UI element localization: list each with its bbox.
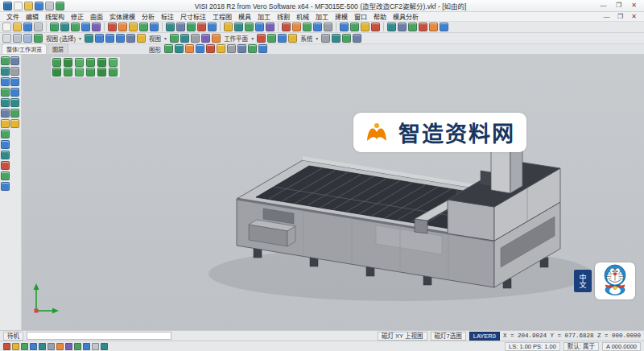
3d-viewport[interactable]: 智造资料网 中文 <box>22 55 644 330</box>
sweep-tool-icon[interactable] <box>187 23 196 31</box>
background-icon[interactable] <box>196 44 204 53</box>
simulate-icon[interactable] <box>408 23 417 31</box>
quick-toggle-7-icon[interactable] <box>52 68 61 76</box>
clip-plane-icon[interactable] <box>206 44 215 53</box>
menu-item-16[interactable]: 窗口 <box>351 12 370 21</box>
model-space-toggle-icon[interactable] <box>101 343 108 350</box>
line-tool-icon[interactable] <box>60 23 69 31</box>
measure-icon[interactable] <box>282 23 291 31</box>
point-tool-icon[interactable] <box>50 23 59 31</box>
minimize-button[interactable]: — <box>597 1 610 10</box>
print-icon[interactable] <box>34 23 43 31</box>
surface-tool-icon[interactable] <box>166 23 175 31</box>
menu-item-7[interactable]: 标注 <box>158 12 177 21</box>
workplane-xy-icon[interactable] <box>257 34 266 43</box>
menu-item-9[interactable]: 工程图 <box>209 12 235 21</box>
select-entity-icon[interactable] <box>1 56 10 65</box>
shaded-mode-icon[interactable] <box>170 34 179 43</box>
ortho-toggle-icon[interactable] <box>47 343 55 350</box>
selection-filter-icon[interactable] <box>34 34 43 43</box>
extend-tool-icon[interactable] <box>118 23 127 31</box>
select-window-icon[interactable] <box>13 34 22 43</box>
quick-toggle-1-icon[interactable] <box>52 58 61 67</box>
lineweight-toggle-icon[interactable] <box>83 343 90 350</box>
open-folder-icon[interactable] <box>13 23 22 31</box>
menu-item-4[interactable]: 曲面 <box>87 12 106 21</box>
menu-item-14[interactable]: 加工 <box>312 12 332 21</box>
explode-icon[interactable] <box>217 44 225 53</box>
select-polygon-icon[interactable] <box>23 34 32 43</box>
wireframe-mode-icon[interactable] <box>180 34 189 43</box>
quick-toggle-10-icon[interactable] <box>86 68 95 76</box>
help-icon[interactable] <box>440 23 448 31</box>
zoom-window-icon[interactable] <box>10 98 19 107</box>
show-all-icon[interactable] <box>1 77 10 86</box>
view-front-icon[interactable] <box>105 34 114 43</box>
revolve-tool-icon[interactable] <box>197 23 206 31</box>
post-processor-icon[interactable] <box>419 23 427 31</box>
child-minimize-button[interactable]: — <box>600 12 613 22</box>
quick-toggle-3-icon[interactable] <box>75 58 84 67</box>
dropdown-caret-icon[interactable]: ▾ <box>79 35 83 41</box>
menu-item-0[interactable]: 文件 <box>3 12 23 21</box>
maximize-button[interactable]: ❐ <box>612 1 625 10</box>
mirror-icon[interactable] <box>1 140 10 149</box>
dynamic-input-toggle-icon[interactable] <box>74 343 81 350</box>
shell-tool-icon[interactable] <box>266 23 275 31</box>
new-file-icon[interactable] <box>2 23 11 31</box>
undo-icon[interactable] <box>56 2 64 10</box>
edge-display-icon[interactable] <box>237 44 246 53</box>
properties-icon[interactable] <box>324 23 332 31</box>
render-mode-icon[interactable] <box>164 44 173 53</box>
scale-icon[interactable] <box>1 151 10 159</box>
open-folder-icon[interactable] <box>24 2 33 10</box>
quick-toggle-2-icon[interactable] <box>64 58 72 67</box>
workplane-yz-icon[interactable] <box>267 34 276 43</box>
menu-item-6[interactable]: 分析 <box>138 12 158 21</box>
section-icon[interactable] <box>371 23 380 31</box>
view-plane-button[interactable]: 磁灯 XY 上视图 <box>378 332 427 341</box>
track-toggle-icon[interactable] <box>65 343 72 350</box>
solid-cylinder-icon[interactable] <box>234 23 243 31</box>
move-icon[interactable] <box>1 119 10 128</box>
menu-item-17[interactable]: 帮助 <box>370 12 390 21</box>
hidden-line-icon[interactable] <box>191 34 200 43</box>
light-icon[interactable] <box>212 34 221 43</box>
group-icon[interactable] <box>1 98 10 107</box>
curvature-icon[interactable] <box>361 23 369 31</box>
panel-tab-1[interactable]: 图层 <box>47 43 68 54</box>
settings-icon[interactable] <box>321 34 330 43</box>
solid-box-icon[interactable] <box>224 23 233 31</box>
draft-check-icon[interactable] <box>350 23 359 31</box>
menu-item-13[interactable]: 机械 <box>293 12 312 21</box>
menu-item-10[interactable]: 模具 <box>235 12 254 21</box>
snap-settings-button[interactable]: 磁灯7选图 <box>431 332 466 341</box>
defaults-indicator[interactable]: 默认: 属于 <box>564 342 599 351</box>
arc-tool-icon[interactable] <box>71 23 80 31</box>
view-top-icon[interactable] <box>95 34 104 43</box>
command-input[interactable] <box>27 332 171 340</box>
transparency-icon[interactable] <box>227 44 236 53</box>
view-iso-icon[interactable] <box>85 34 93 43</box>
isolate-icon[interactable] <box>1 88 10 97</box>
rotate-icon[interactable] <box>1 130 10 138</box>
fillet-tool-icon[interactable] <box>129 23 138 31</box>
select-icon[interactable] <box>2 34 11 43</box>
menu-item-2[interactable]: 线架构 <box>42 12 68 21</box>
new-file-icon[interactable] <box>14 2 23 10</box>
previous-view-icon[interactable] <box>10 109 19 118</box>
quick-toggle-11-icon[interactable] <box>97 68 106 76</box>
zoom-out-icon[interactable] <box>10 88 19 97</box>
panel-tab-0[interactable]: 整体/工作浏览 <box>2 43 47 54</box>
snap-intersect-toggle-icon[interactable] <box>39 343 46 350</box>
print-icon[interactable] <box>45 2 54 10</box>
regen-icon[interactable] <box>1 182 10 191</box>
perspective-icon[interactable] <box>201 34 210 43</box>
menu-item-12[interactable]: 线割 <box>274 12 293 21</box>
save-icon[interactable] <box>35 2 43 10</box>
shadow-icon[interactable] <box>175 44 184 53</box>
quick-toggle-6-icon[interactable] <box>109 58 118 67</box>
quick-toggle-12-icon[interactable] <box>109 68 118 76</box>
refresh-view-icon[interactable] <box>258 44 267 53</box>
array-icon[interactable] <box>1 161 10 170</box>
